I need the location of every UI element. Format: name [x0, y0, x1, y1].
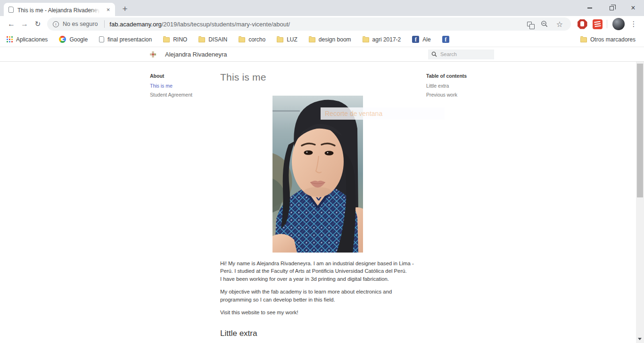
toolbar-divider	[607, 20, 607, 28]
bio-paragraph-3: Visit this website to see my work!	[220, 309, 415, 316]
toc-heading: Table of contents	[426, 73, 494, 79]
search-icon	[431, 51, 437, 57]
forward-icon[interactable]: →	[18, 17, 31, 31]
bookmark-folder-rino[interactable]: RINO	[163, 36, 187, 43]
screen-clip-overlay: Recorte de ventana	[321, 107, 445, 120]
url-text: fab.academany.org/2019/labs/tecsup/stude…	[109, 21, 290, 28]
facebook-icon: f	[442, 36, 449, 43]
google-g-icon	[59, 36, 66, 43]
bookmarks-bar: Aplicaciones Google final presentacion R…	[0, 32, 644, 47]
tab-title-wrap: This is me - Alejandra Rivadeneyra	[17, 6, 102, 13]
search-box[interactable]	[428, 49, 494, 59]
site-header: Alejandra Rivadeneyra	[0, 47, 644, 62]
restore-icon	[610, 6, 614, 10]
todoist-extension-icon[interactable]	[591, 17, 604, 31]
bookmark-final-presentacion[interactable]: final presentacion	[99, 36, 152, 43]
other-bookmarks[interactable]: Otros marcadores	[580, 36, 636, 43]
facebook-icon: f	[412, 36, 419, 43]
folder-icon	[363, 37, 369, 42]
bookmark-folder-disain[interactable]: DISAIN	[198, 36, 227, 43]
bookmark-folder-corcho[interactable]: corcho	[239, 36, 265, 43]
bio-paragraph-1: Hi! My name is Alejandra Rivadeneyra. I …	[220, 260, 415, 283]
toc-item-previous-work[interactable]: Previous work	[426, 92, 494, 98]
bookmark-star-icon[interactable]: ☆	[554, 18, 565, 30]
bookmark-aplicaciones[interactable]: Aplicaciones	[7, 36, 48, 43]
search-input[interactable]	[440, 51, 491, 57]
main-content: This is me	[220, 62, 426, 343]
window-close-button[interactable]: ×	[622, 0, 644, 16]
tab-close-icon[interactable]: ×	[104, 6, 112, 14]
browser-menu-icon[interactable]: ⋮	[627, 17, 640, 31]
window-controls: ×	[579, 0, 644, 16]
close-icon: ×	[631, 4, 635, 12]
scrollbar-thumb[interactable]	[637, 64, 643, 197]
table-of-contents: Table of contents Little extra Previous …	[426, 62, 494, 343]
security-label: No es seguro	[63, 21, 98, 27]
nav-item-student-agreement[interactable]: Student Agreement	[150, 92, 220, 98]
tab-title: This is me - Alejandra Rivadeneyra	[17, 7, 102, 13]
window-restore-button[interactable]	[601, 0, 622, 16]
site-title[interactable]: Alejandra Rivadeneyra	[165, 51, 227, 58]
bookmark-folder-design-boom[interactable]: design boom	[309, 36, 351, 43]
page-body: Recorte de ventana About This is me Stud…	[0, 62, 644, 343]
bookmark-folder-luz[interactable]: LUZ	[277, 36, 297, 43]
fab-academy-logo-icon[interactable]	[150, 51, 156, 57]
folder-icon	[277, 37, 283, 42]
folder-icon	[309, 37, 315, 42]
apps-grid-icon	[7, 36, 13, 42]
bookmark-facebook[interactable]: f	[442, 36, 449, 43]
back-icon[interactable]: ←	[5, 17, 18, 31]
tab-favicon-page-icon	[8, 7, 14, 13]
reload-icon[interactable]: ↻	[31, 17, 44, 31]
toc-item-little-extra[interactable]: Little extra	[426, 83, 494, 89]
bio-paragraph-2: My objective with the fab academy is to …	[220, 288, 415, 303]
zoom-out-icon[interactable]	[539, 18, 550, 30]
bookmark-folder-agri-2017-2[interactable]: agri 2017-2	[363, 36, 401, 43]
folder-icon	[163, 37, 170, 42]
bookmark-ale[interactable]: f Ale	[412, 36, 430, 43]
nav-item-this-is-me[interactable]: This is me	[150, 83, 220, 89]
browser-toolbar: ← → ↻ i No es seguro fab.academany.org/2…	[0, 16, 644, 32]
translate-icon[interactable]	[524, 18, 535, 30]
new-tab-button[interactable]: +	[118, 3, 132, 15]
page-scrollbar[interactable]	[636, 62, 644, 343]
folder-icon	[580, 37, 587, 42]
profile-avatar[interactable]	[612, 17, 625, 31]
url-host: fab.academany.org	[109, 21, 161, 28]
browser-tab[interactable]: This is me - Alejandra Rivadeneyra ×	[4, 3, 115, 16]
left-nav-heading: About	[150, 73, 220, 79]
page-icon	[99, 36, 104, 42]
folder-icon	[198, 37, 205, 42]
folder-icon	[239, 37, 245, 42]
page-title: This is me	[220, 72, 415, 83]
adblock-extension-icon[interactable]	[576, 17, 589, 31]
scroll-down-arrow-icon[interactable]	[638, 338, 642, 340]
browser-titlebar: This is me - Alejandra Rivadeneyra × + ×	[0, 0, 644, 16]
minimize-icon	[587, 8, 592, 8]
page-info-icon[interactable]: i	[53, 21, 59, 27]
window-minimize-button[interactable]	[579, 0, 601, 16]
left-nav: About This is me Student Agreement	[150, 62, 220, 343]
section-heading-little-extra: Little extra	[220, 329, 415, 338]
address-bar[interactable]: i No es seguro fab.academany.org/2019/la…	[47, 17, 571, 31]
omnibox-divider	[104, 20, 105, 28]
url-path: /2019/labs/tecsup/students/mary-vicente/…	[162, 21, 290, 28]
tab-title-fade-overlay	[90, 6, 102, 13]
bookmark-google[interactable]: Google	[59, 36, 88, 43]
